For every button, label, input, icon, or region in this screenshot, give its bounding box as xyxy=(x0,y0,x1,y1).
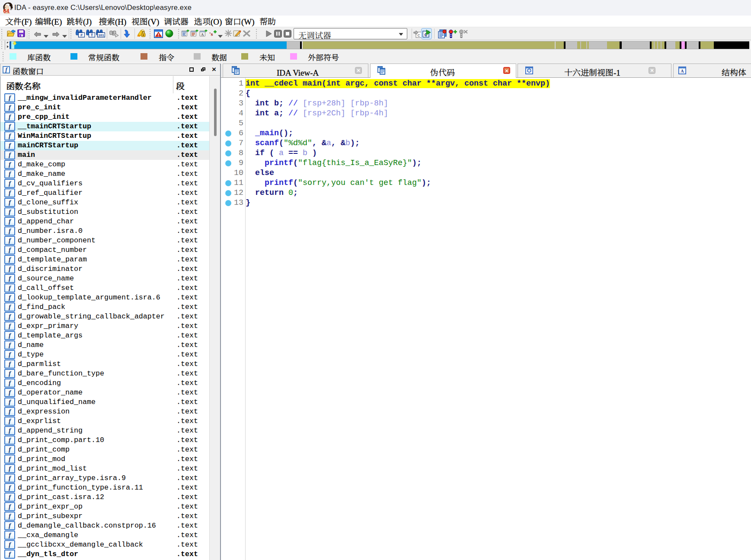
svg-text:101: 101 xyxy=(98,33,104,37)
svg-text:'s: 's xyxy=(209,31,213,37)
svg-text:c: c xyxy=(417,33,420,38)
svg-text:T: T xyxy=(91,33,93,37)
svg-text:64: 64 xyxy=(3,8,10,14)
svg-text:#: # xyxy=(80,33,83,37)
svg-text:A: A xyxy=(201,32,204,37)
svg-text:A: A xyxy=(681,69,684,73)
